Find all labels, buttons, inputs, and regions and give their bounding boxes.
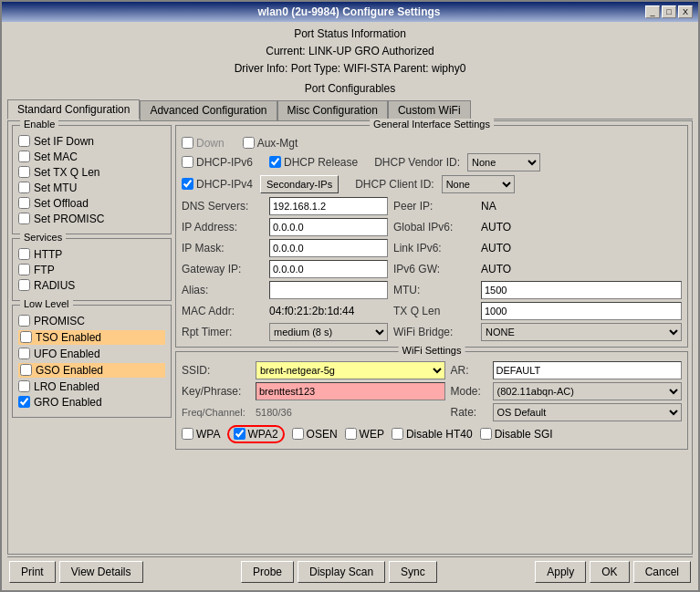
sync-button[interactable]: Sync xyxy=(389,561,437,583)
ufo-checkbox[interactable] xyxy=(18,348,30,359)
ssid-select[interactable]: brent-netgear-5g xyxy=(256,361,445,379)
wpa2-checkbox[interactable] xyxy=(234,428,246,440)
title-bar-buttons: _ □ X xyxy=(645,5,693,18)
set-promisc-checkbox[interactable] xyxy=(18,213,30,224)
wifi-settings-title: WiFi Settings xyxy=(399,345,465,356)
ar-input[interactable] xyxy=(493,361,683,379)
wpa-group: WPA xyxy=(182,428,220,441)
close-button[interactable]: X xyxy=(678,5,693,18)
down-checkbox[interactable] xyxy=(182,137,193,149)
wep-checkbox[interactable] xyxy=(345,428,357,440)
set-tx-q-len-row: Set TX Q Len xyxy=(18,166,165,179)
port-status: Port Status Information Current: LINK-UP… xyxy=(7,26,693,78)
osen-checkbox[interactable] xyxy=(292,428,304,440)
current-label: Current: xyxy=(266,45,305,57)
gro-checkbox[interactable] xyxy=(18,396,30,408)
wifi-settings-group: WiFi Settings SSID: brent-netgear-5g AR:… xyxy=(175,351,688,450)
main-window: wlan0 (2u-9984) Configure Settings _ □ X… xyxy=(0,0,700,592)
set-promisc-label: Set PROMISC xyxy=(34,213,104,225)
tab-advanced[interactable]: Advanced Configuration xyxy=(140,100,277,120)
disable-sgi-label: Disable SGI xyxy=(495,428,553,441)
set-tx-q-len-checkbox[interactable] xyxy=(18,166,30,178)
dhcp-release-label: DHCP Release xyxy=(284,156,358,169)
ip-mask-input[interactable] xyxy=(269,239,388,257)
alias-input[interactable] xyxy=(269,281,388,299)
dhcp-ipv4-checkbox[interactable] xyxy=(182,178,193,190)
view-details-button[interactable]: View Details xyxy=(59,561,143,583)
freq-value: 5180/36 xyxy=(256,407,445,418)
port-configurables-header: Port Configurables xyxy=(7,82,693,95)
apply-button[interactable]: Apply xyxy=(535,561,586,583)
lro-checkbox[interactable] xyxy=(18,380,30,392)
dhcp-ipv4-group: DHCP-IPv4 xyxy=(182,178,253,191)
tx-q-label: TX Q Len xyxy=(393,305,475,317)
peer-ip-value: NA xyxy=(481,200,682,213)
radius-row: RADIUS xyxy=(18,279,165,292)
gateway-input[interactable] xyxy=(269,260,388,278)
link-ipv6-label: Link IPv6: xyxy=(393,242,475,254)
lro-row: LRO Enabled xyxy=(18,380,165,393)
http-checkbox[interactable] xyxy=(18,248,30,260)
promisc-checkbox[interactable] xyxy=(18,315,30,327)
set-mtu-label: Set MTU xyxy=(34,182,77,194)
wpa-checkbox[interactable] xyxy=(182,428,193,440)
bottom-right-buttons: Apply OK Cancel xyxy=(535,561,691,583)
down-group: Down xyxy=(182,137,225,150)
set-mac-label: Set MAC xyxy=(34,151,78,163)
dns-label: DNS Servers: xyxy=(182,200,264,213)
dhcp-release-checkbox[interactable] xyxy=(269,156,281,168)
gro-label: GRO Enabled xyxy=(34,396,102,409)
restore-button[interactable]: □ xyxy=(662,5,676,18)
peer-ip-label: Peer IP: xyxy=(393,200,475,213)
set-if-down-row: Set IF Down xyxy=(18,135,165,148)
set-mac-checkbox[interactable] xyxy=(18,151,30,162)
tab-standard[interactable]: Standard Configuration xyxy=(7,99,140,119)
set-tx-q-len-label: Set TX Q Len xyxy=(34,166,100,179)
gso-checkbox[interactable] xyxy=(20,364,32,376)
dhcp-client-label: DHCP Client ID: xyxy=(355,178,434,191)
left-panel: Enable Set IF Down Set MAC Set TX Q L xyxy=(12,125,172,550)
mode-select[interactable]: (802.11abqn-AC) xyxy=(493,382,683,400)
secondary-ips-button[interactable]: Secondary-IPs xyxy=(260,175,339,193)
ftp-row: FTP xyxy=(18,264,165,276)
disable-sgi-checkbox[interactable] xyxy=(480,428,492,440)
tso-checkbox[interactable] xyxy=(20,331,32,343)
minimize-button[interactable]: _ xyxy=(645,5,660,18)
mtu-input[interactable] xyxy=(481,281,682,299)
http-label: HTTP xyxy=(34,248,62,261)
low-level-group: Low Level PROMISC TSO Enabled UFO Ena xyxy=(12,305,172,418)
probe-button[interactable]: Probe xyxy=(241,561,294,583)
key-input[interactable] xyxy=(256,382,445,400)
cancel-button[interactable]: Cancel xyxy=(633,561,691,583)
tab-misc[interactable]: Misc Configuration xyxy=(277,100,388,120)
dhcp-ipv6-checkbox[interactable] xyxy=(182,156,193,168)
rate-select[interactable]: OS Default xyxy=(493,403,683,421)
dhcp-vendor-label: DHCP Vendor ID: xyxy=(374,156,460,169)
gso-row: GSO Enabled xyxy=(18,363,165,378)
dns-input[interactable] xyxy=(269,197,388,215)
tab-custom-wifi[interactable]: Custom WiFi xyxy=(388,100,471,120)
display-scan-button[interactable]: Display Scan xyxy=(298,561,385,583)
bottom-center-buttons: Probe Display Scan Sync xyxy=(241,561,437,583)
set-if-down-checkbox[interactable] xyxy=(18,135,30,147)
dhcp-vendor-select[interactable]: None xyxy=(467,153,540,171)
aux-mgt-checkbox[interactable] xyxy=(243,137,255,149)
set-offload-label: Set Offload xyxy=(34,197,89,210)
set-mtu-checkbox[interactable] xyxy=(18,182,30,193)
rpt-timer-select[interactable]: medium (8 s) xyxy=(269,323,388,341)
set-mtu-row: Set MTU xyxy=(18,182,165,194)
set-offload-checkbox[interactable] xyxy=(18,197,30,209)
disable-ht40-checkbox[interactable] xyxy=(392,428,403,440)
freq-label: Freq/Channel: xyxy=(182,407,250,418)
ftp-checkbox[interactable] xyxy=(18,264,30,275)
dhcp-client-select[interactable]: None xyxy=(442,175,515,193)
wep-label: WEP xyxy=(360,428,384,441)
wifi-bridge-select[interactable]: NONE xyxy=(481,323,682,341)
tx-q-input[interactable] xyxy=(481,302,682,320)
radius-checkbox[interactable] xyxy=(18,279,30,291)
print-button[interactable]: Print xyxy=(9,561,56,583)
wpa2-highlighted-group: WPA2 xyxy=(227,425,284,443)
dhcp-release-group: DHCP Release xyxy=(269,156,358,169)
ip-address-input[interactable] xyxy=(269,218,388,236)
ok-button[interactable]: OK xyxy=(590,561,629,583)
